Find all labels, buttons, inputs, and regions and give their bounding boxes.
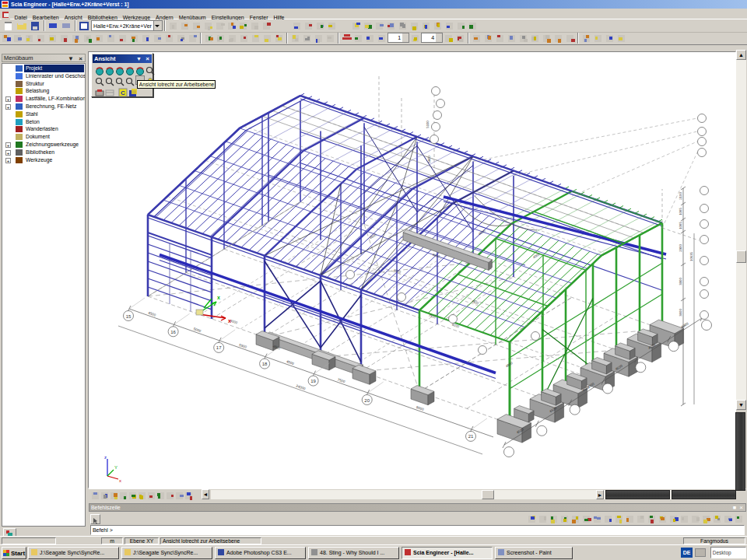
svg-text:5100: 5100 xyxy=(426,121,430,128)
svg-text:24300: 24300 xyxy=(296,384,307,391)
svg-text:10635: 10635 xyxy=(689,251,693,261)
svg-text:18: 18 xyxy=(262,362,268,366)
svg-text:19: 19 xyxy=(310,379,316,383)
svg-text:3800: 3800 xyxy=(427,156,431,163)
svg-text:C: C xyxy=(121,89,125,96)
svg-text:x: x xyxy=(119,478,121,483)
svg-text:20: 20 xyxy=(364,398,370,403)
svg-text:4500: 4500 xyxy=(369,233,377,240)
svg-text:4500: 4500 xyxy=(286,359,295,366)
svg-text:4500: 4500 xyxy=(148,311,157,317)
svg-text:16: 16 xyxy=(170,330,176,334)
svg-text:x: x xyxy=(228,318,231,324)
svg-text:1085: 1085 xyxy=(679,222,682,229)
svg-text:17: 17 xyxy=(216,345,222,350)
svg-text:1085: 1085 xyxy=(679,208,682,215)
svg-text:z: z xyxy=(104,455,107,460)
svg-text:5000: 5000 xyxy=(193,327,202,333)
svg-text:3900: 3900 xyxy=(679,278,682,285)
svg-text:21: 21 xyxy=(468,434,474,439)
svg-text:7500: 7500 xyxy=(471,299,479,306)
svg-text:9000: 9000 xyxy=(416,405,425,411)
svg-text:3800: 3800 xyxy=(679,309,682,317)
svg-text:2100: 2100 xyxy=(679,192,682,200)
svg-text:x: x xyxy=(217,295,220,300)
svg-text:15: 15 xyxy=(126,314,132,319)
svg-text:2900: 2900 xyxy=(679,244,682,252)
svg-text:5500: 5500 xyxy=(239,343,248,349)
svg-text:Y: Y xyxy=(114,465,117,470)
svg-text:7500: 7500 xyxy=(337,377,346,383)
